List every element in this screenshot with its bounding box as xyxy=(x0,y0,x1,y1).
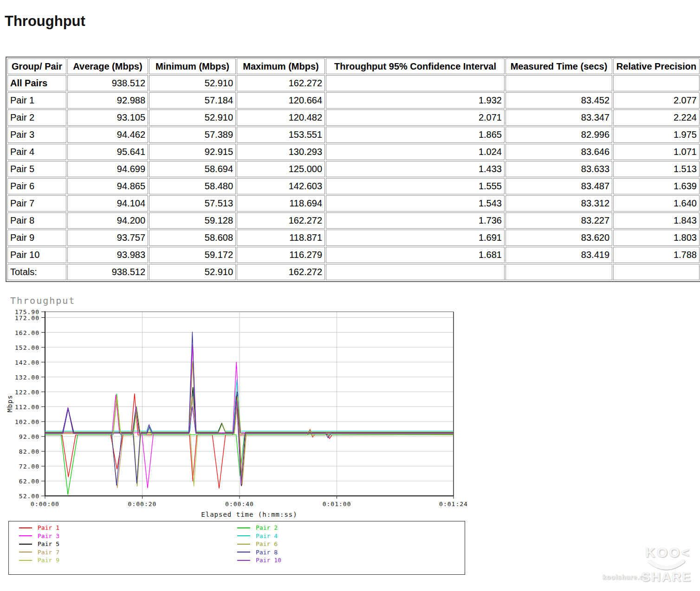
cell-value: 83.487 xyxy=(506,178,612,194)
series-pair-6 xyxy=(45,361,454,486)
legend-item-pair-8: Pair 8 xyxy=(237,548,278,557)
cell-value: 125.000 xyxy=(237,161,325,177)
cell-value: 52.910 xyxy=(149,75,236,91)
cell-value: 116.279 xyxy=(237,247,325,263)
cell-value: 52.910 xyxy=(149,109,236,126)
table-row: Pair 293.10552.910120.4822.07183.3472.22… xyxy=(7,109,700,126)
y-tick-label: 162.00 xyxy=(15,329,39,336)
watermark-share-text: SHARE xyxy=(642,570,692,585)
cell-value: 93.757 xyxy=(67,230,148,246)
column-header: Relative Precision xyxy=(613,58,700,74)
cell-value: 94.699 xyxy=(67,161,148,177)
cell-value: 57.389 xyxy=(149,127,236,143)
y-tick-label: 132.00 xyxy=(15,374,39,381)
series-pair-2 xyxy=(45,394,454,495)
row-label: Pair 7 xyxy=(7,195,66,212)
series-pair-8 xyxy=(45,332,454,486)
legend-item-pair-9: Pair 9 xyxy=(19,556,59,565)
series-pair-1 xyxy=(45,394,454,488)
cell-value: 1.071 xyxy=(613,144,700,160)
row-label: Totals: xyxy=(7,264,66,280)
watermark-kool-text: KOO< xyxy=(645,545,691,560)
legend-label: Pair 5 xyxy=(38,540,59,547)
legend-line-icon xyxy=(237,535,250,536)
series-pair-9 xyxy=(45,396,454,486)
cell-value: 93.105 xyxy=(67,109,148,126)
cell-value: 83.347 xyxy=(506,109,612,126)
series-pair-3 xyxy=(45,345,454,488)
y-tick-label: 102.00 xyxy=(15,418,39,425)
throughput-table: Group/ PairAverage (Mbps)Minimum (Mbps)M… xyxy=(6,57,700,282)
table-row: Pair 894.20059.128162.2721.73683.2271.84… xyxy=(7,212,700,229)
cell-value xyxy=(326,264,505,280)
cell-value: 82.996 xyxy=(506,127,612,143)
cell-value: 83.452 xyxy=(506,92,612,109)
row-label: Pair 10 xyxy=(7,247,66,263)
legend-line-icon xyxy=(237,544,250,545)
y-tick-label: 172.00 xyxy=(15,315,39,321)
cell-value: 1.691 xyxy=(326,230,505,246)
cell-value: 94.462 xyxy=(67,127,148,143)
legend-line-icon xyxy=(19,560,32,561)
cell-value: 1.640 xyxy=(613,195,700,212)
cell-value: 58.480 xyxy=(149,178,236,194)
x-axis-label: Elapsed time (h:mm:ss) xyxy=(201,511,297,518)
cell-value: 1.865 xyxy=(326,127,505,143)
cell-value: 1.433 xyxy=(326,161,505,177)
x-tick-label: 0:01:00 xyxy=(323,501,351,507)
legend-line-icon xyxy=(237,560,250,561)
x-tick-label: 0:00:40 xyxy=(225,501,254,507)
y-tick-label: 122.00 xyxy=(15,389,39,396)
table-row: Pair 594.69958.694125.0001.43383.6331.51… xyxy=(7,161,700,177)
table-body: All Pairs938.51252.910162.272Pair 192.98… xyxy=(7,75,700,280)
legend-item-pair-1: Pair 1 xyxy=(19,524,59,532)
legend-item-pair-5: Pair 5 xyxy=(19,540,59,548)
table-row: Pair 993.75758.608118.8711.69183.6201.80… xyxy=(7,230,700,246)
row-label: Pair 9 xyxy=(7,230,66,246)
legend-item-pair-3: Pair 3 xyxy=(19,532,59,540)
cell-value: 1.803 xyxy=(613,230,700,246)
cell-value: 938.512 xyxy=(67,264,148,280)
cell-value: 57.184 xyxy=(149,92,236,109)
series-pair-4 xyxy=(45,379,454,431)
gridlines xyxy=(45,312,454,496)
column-header: Throughput 95% Confidence Interval xyxy=(326,58,505,74)
cell-value: 938.512 xyxy=(67,75,148,91)
legend-label: Pair 4 xyxy=(256,533,278,540)
row-label: Pair 5 xyxy=(7,161,66,177)
cell-value: 83.646 xyxy=(506,144,612,160)
cell-value: 93.983 xyxy=(67,247,148,263)
cell-value: 94.200 xyxy=(67,212,148,229)
cell-value: 94.104 xyxy=(67,195,148,212)
series-pair-7 xyxy=(45,397,454,488)
legend-label: Pair 3 xyxy=(38,533,59,540)
cell-value: 59.172 xyxy=(149,247,236,263)
cell-value: 2.077 xyxy=(613,92,700,109)
column-header: Group/ Pair xyxy=(7,58,66,74)
cell-value: 162.272 xyxy=(237,212,325,229)
column-header: Measured Time (secs) xyxy=(506,58,612,74)
cell-value: 83.633 xyxy=(506,161,612,177)
y-tick-label: 72.00 xyxy=(19,463,39,470)
cell-value: 130.293 xyxy=(237,144,325,160)
cell-value: 58.694 xyxy=(149,161,236,177)
cell-value: 2.224 xyxy=(613,109,700,126)
x-tick-label: 0:00:00 xyxy=(31,501,59,507)
y-tick-label: 142.00 xyxy=(15,359,39,366)
chart-canvas: 175.90172.00162.00152.00142.00132.00122.… xyxy=(0,306,469,520)
legend-line-icon xyxy=(19,527,32,528)
chart-legend: Pair 1Pair 2Pair 3Pair 4Pair 5Pair 6Pair… xyxy=(8,521,465,575)
series-pair-10 xyxy=(45,400,454,485)
cell-value: 162.272 xyxy=(237,264,325,280)
cell-value: 92.915 xyxy=(149,144,236,160)
cell-value: 83.227 xyxy=(506,212,612,229)
cell-value: 162.272 xyxy=(237,75,325,91)
cell-value: 1.543 xyxy=(326,195,505,212)
cell-value xyxy=(506,264,612,280)
chart-title: Throughput xyxy=(10,295,75,306)
cell-value xyxy=(506,75,612,91)
cell-value: 153.551 xyxy=(237,127,325,143)
cell-value: 118.694 xyxy=(237,195,325,212)
cell-value xyxy=(613,264,700,280)
row-label: Pair 3 xyxy=(7,127,66,143)
